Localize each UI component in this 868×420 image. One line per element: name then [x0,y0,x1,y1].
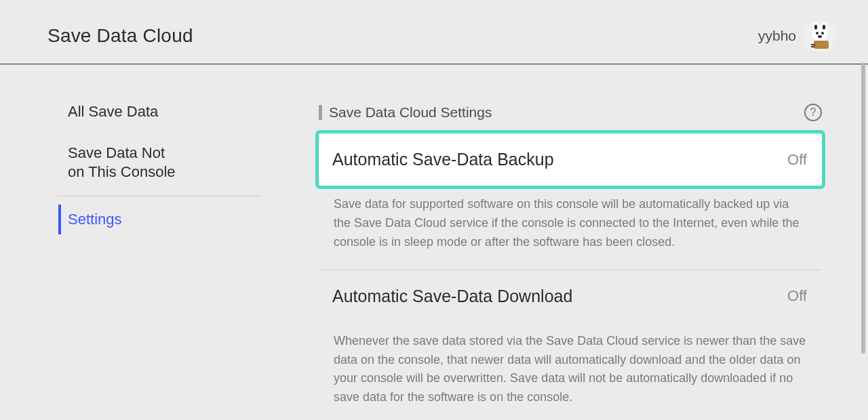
sidebar-item-label: All Save Data [68,103,158,120]
help-icon[interactable]: ? [804,104,822,121]
scrollbar[interactable] [861,62,865,415]
username: yybho [758,28,796,44]
header: Save Data Cloud yybho [0,0,868,64]
avatar[interactable] [804,20,835,51]
svg-point-6 [816,32,818,35]
svg-point-8 [818,35,822,38]
setting-auto-backup[interactable]: Automatic Save-Data Backup Off [319,133,822,186]
sidebar-item-label: Settings [68,211,122,228]
scrollbar-thumb[interactable] [861,62,865,354]
body: All Save Data Save Data Not on This Cons… [0,64,868,420]
sidebar-divider [57,196,262,196]
section-header: Save Data Cloud Settings ? [319,104,822,121]
setting-description-backup: Save data for supported software on this… [319,186,822,270]
sidebar-item-all-save-data[interactable]: All Save Data [0,91,278,133]
sidebar-item-settings[interactable]: Settings [0,199,278,240]
setting-value: Off [787,151,807,169]
sidebar-list: All Save Data Save Data Not on This Cons… [0,91,278,240]
svg-point-4 [814,25,817,30]
page-title: Save Data Cloud [47,25,193,47]
setting-label: Automatic Save-Data Download [332,287,572,306]
setting-value: Off [787,287,807,305]
avatar-icon [804,20,835,51]
user-area[interactable]: yybho [758,20,835,51]
section-title: Save Data Cloud Settings [329,104,492,121]
svg-rect-10 [811,44,815,45]
svg-rect-9 [814,41,829,49]
main-content: Save Data Cloud Settings ? Automatic Sav… [278,64,868,420]
sidebar: All Save Data Save Data Not on This Cons… [0,64,278,420]
svg-rect-11 [811,46,815,47]
svg-point-7 [821,32,824,35]
setting-label: Automatic Save-Data Backup [332,150,554,169]
setting-description-download: Whenever the save data stored via the Sa… [319,322,822,420]
setting-auto-download[interactable]: Automatic Save-Data Download Off [319,270,822,322]
section-title-wrap: Save Data Cloud Settings [319,104,492,121]
svg-point-5 [823,25,825,30]
sidebar-item-not-on-console[interactable]: Save Data Not on This Console [0,133,278,193]
section-bar-icon [319,105,322,120]
sidebar-item-label: Save Data Not on This Console [68,144,176,181]
